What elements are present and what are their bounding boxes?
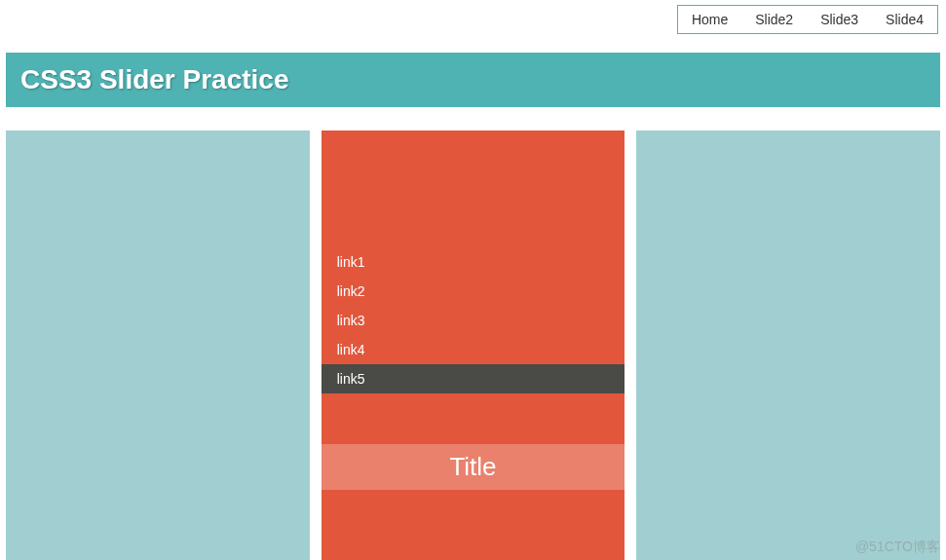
nav-home[interactable]: Home (678, 6, 741, 33)
nav-slide2[interactable]: Slide2 (741, 6, 807, 33)
slide-left[interactable] (6, 131, 310, 560)
top-nav: Home Slide2 Slide3 Slide4 (677, 5, 938, 34)
page-title: CSS3 Slider Practice (20, 64, 926, 95)
slide-title-band: Title (322, 444, 625, 490)
link-item[interactable]: link4 (322, 335, 625, 364)
nav-slide4[interactable]: Slide4 (872, 6, 937, 33)
link-item[interactable]: link1 (322, 247, 625, 277)
slide-center-active[interactable]: link1 link2 link3 link4 link5 Title (322, 131, 625, 560)
link-item-highlighted[interactable]: link5 (322, 364, 625, 393)
slide-links: link1 link2 link3 link4 link5 (322, 247, 625, 393)
link-item[interactable]: link2 (322, 277, 625, 306)
slide-right[interactable] (636, 131, 940, 560)
watermark: @51CTO博客 (855, 539, 940, 556)
page-header: CSS3 Slider Practice (6, 53, 940, 107)
nav-slide3[interactable]: Slide3 (807, 6, 872, 33)
link-item[interactable]: link3 (322, 306, 625, 335)
slides-container: link1 link2 link3 link4 link5 Title (6, 123, 940, 560)
